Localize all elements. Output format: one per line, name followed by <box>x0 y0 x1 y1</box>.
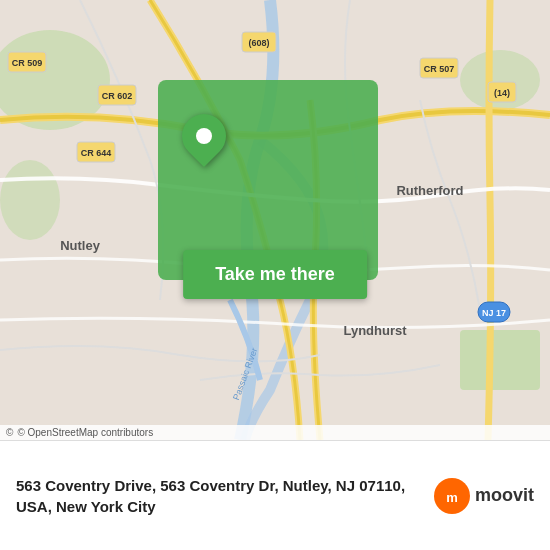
info-panel: 563 Coventry Drive, 563 Coventry Dr, Nut… <box>0 440 550 550</box>
svg-text:Lyndhurst: Lyndhurst <box>343 323 407 338</box>
svg-text:NJ 17: NJ 17 <box>482 308 506 318</box>
take-me-there-button[interactable]: Take me there <box>183 250 367 299</box>
copyright-symbol: © <box>6 427 13 438</box>
copyright-text: © OpenStreetMap contributors <box>17 427 153 438</box>
svg-text:CR 509: CR 509 <box>12 58 43 68</box>
svg-point-2 <box>0 160 60 240</box>
map-pin <box>182 114 226 158</box>
moovit-logo: m moovit <box>433 477 534 515</box>
copyright-bar: © © OpenStreetMap contributors <box>0 425 550 440</box>
svg-text:(608): (608) <box>248 38 269 48</box>
svg-text:Rutherford: Rutherford <box>396 183 463 198</box>
address-text: 563 Coventry Drive, 563 Coventry Dr, Nut… <box>16 475 433 517</box>
svg-text:CR 602: CR 602 <box>102 91 133 101</box>
svg-text:CR 507: CR 507 <box>424 64 455 74</box>
svg-text:(14): (14) <box>494 88 510 98</box>
address-block: 563 Coventry Drive, 563 Coventry Dr, Nut… <box>16 475 433 517</box>
moovit-icon: m <box>433 477 471 515</box>
svg-text:Nutley: Nutley <box>60 238 101 253</box>
svg-text:CR 644: CR 644 <box>81 148 112 158</box>
svg-text:m: m <box>446 490 458 505</box>
map-container: CR 509 CR 602 (608) CR 644 CR 507 (14) N… <box>0 0 550 440</box>
svg-rect-3 <box>460 330 540 390</box>
moovit-brand-name: moovit <box>475 485 534 506</box>
